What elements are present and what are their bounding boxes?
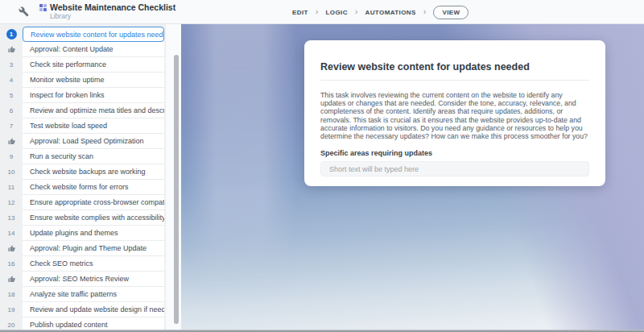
list-item[interactable]: Approval: Plugin and Theme Update bbox=[0, 241, 164, 256]
list-item[interactable]: 7Test website load speed bbox=[0, 118, 164, 134]
list-item-label: Review and update website design if need… bbox=[23, 302, 164, 317]
step-number: 3 bbox=[0, 57, 23, 73]
divider bbox=[320, 80, 589, 81]
task-sidebar: 1Review website content for updates need… bbox=[0, 24, 181, 332]
list-item-label: Run a security scan bbox=[23, 149, 164, 164]
top-header: Website Maintenance Checklist Library ED… bbox=[0, 0, 644, 24]
list-item[interactable]: 11Check website forms for errors bbox=[0, 180, 164, 195]
task-description: This task involves reviewing the current… bbox=[320, 91, 589, 140]
list-item-label: Monitor website uptime bbox=[23, 73, 164, 88]
list-item[interactable]: 5Inspect for broken links bbox=[0, 88, 164, 103]
list-item[interactable]: 13Ensure website complies with accessibi… bbox=[0, 210, 164, 226]
step-number: 16 bbox=[0, 256, 23, 272]
thumbs-up-icon bbox=[0, 241, 23, 256]
breadcrumb-library[interactable]: Library bbox=[50, 13, 175, 21]
list-item-label: Check website forms for errors bbox=[23, 180, 164, 195]
tab-view[interactable]: VIEW bbox=[433, 6, 469, 19]
list-item-label: Approval: Load Speed Optimization bbox=[23, 134, 164, 149]
step-number: 5 bbox=[0, 88, 23, 103]
thumbs-up-icon bbox=[0, 272, 23, 287]
list-item[interactable]: 12Ensure appropriate cross-browser compa… bbox=[0, 195, 164, 210]
task-card-title: Review website content for updates neede… bbox=[320, 61, 589, 73]
list-item-label: Check website backups are working bbox=[23, 164, 164, 180]
template-title-block: Website Maintenance Checklist Library bbox=[39, 2, 175, 21]
tab-automations[interactable]: AUTOMATIONS bbox=[365, 9, 416, 16]
step-number: 10 bbox=[0, 164, 23, 180]
list-item[interactable]: 18Analyze site traffic patterns bbox=[0, 287, 164, 302]
thumbs-up-icon bbox=[0, 42, 23, 57]
wrench-icon[interactable] bbox=[18, 6, 29, 18]
list-item[interactable]: Approval: Content Update bbox=[0, 42, 164, 57]
list-item[interactable]: 1Review website content for updates need… bbox=[0, 27, 164, 42]
step-number: 12 bbox=[0, 195, 23, 210]
short-text-input[interactable] bbox=[320, 161, 589, 176]
task-list: 1Review website content for updates need… bbox=[0, 27, 164, 332]
list-item-label: Analyze site traffic patterns bbox=[23, 287, 164, 302]
list-item-label: Update plugins and themes bbox=[23, 226, 164, 241]
step-number: 14 bbox=[0, 226, 23, 241]
list-item[interactable]: 6Review and optimize meta titles and des… bbox=[0, 103, 164, 118]
list-item[interactable]: 19Review and update website design if ne… bbox=[0, 302, 164, 317]
list-item[interactable]: 16Check SEO metrics bbox=[0, 256, 164, 272]
sidebar-scrollbar-thumb[interactable] bbox=[174, 55, 179, 324]
step-number: 4 bbox=[0, 73, 23, 88]
step-number: 11 bbox=[0, 180, 23, 195]
chevron-right-icon: › bbox=[316, 7, 319, 16]
list-item[interactable]: Approval: Load Speed Optimization bbox=[0, 134, 164, 149]
list-item[interactable]: 14Update plugins and themes bbox=[0, 226, 164, 241]
main-preview-area: Review website content for updates neede… bbox=[181, 24, 644, 332]
thumbs-up-icon bbox=[0, 134, 23, 149]
task-card: Review website content for updates neede… bbox=[304, 40, 605, 186]
list-item-label: Approval: Content Update bbox=[23, 42, 164, 57]
sidebar-scrollbar-track[interactable] bbox=[165, 24, 181, 332]
field-label: Specific areas requiring updates bbox=[320, 149, 589, 157]
step-number: 19 bbox=[0, 302, 23, 317]
list-item-label: Review and optimize meta titles and desc… bbox=[23, 103, 164, 118]
list-item[interactable]: Approval: SEO Metrics Review bbox=[0, 272, 164, 287]
list-item-label: Check site performance bbox=[23, 57, 164, 73]
step-number: 7 bbox=[0, 118, 23, 134]
page-title: Website Maintenance Checklist bbox=[50, 2, 175, 12]
list-item[interactable]: 10Check website backups are working bbox=[0, 164, 164, 180]
list-item-label: Test website load speed bbox=[23, 118, 164, 134]
chevron-right-icon: › bbox=[355, 7, 358, 16]
list-item-label: Ensure website complies with accessibili… bbox=[23, 210, 164, 226]
template-icon bbox=[39, 4, 47, 11]
list-item[interactable]: 4Monitor website uptime bbox=[0, 73, 164, 88]
list-item-label: Check SEO metrics bbox=[23, 256, 164, 272]
breadcrumb: EDIT › LOGIC › AUTOMATIONS › VIEW bbox=[292, 0, 469, 24]
list-item[interactable]: 3Check site performance bbox=[0, 57, 164, 73]
background-band bbox=[184, 24, 297, 332]
list-item-label: Approval: SEO Metrics Review bbox=[23, 272, 164, 287]
step-number-badge: 1 bbox=[0, 27, 23, 42]
tab-edit[interactable]: EDIT bbox=[292, 9, 308, 16]
list-item[interactable]: 9Run a security scan bbox=[0, 149, 164, 164]
step-number: 6 bbox=[0, 103, 23, 118]
chevron-right-icon: › bbox=[423, 7, 427, 16]
list-item-label: Inspect for broken links bbox=[23, 88, 164, 103]
tab-logic[interactable]: LOGIC bbox=[326, 9, 348, 16]
step-number: 9 bbox=[0, 149, 23, 164]
list-item-label: Approval: Plugin and Theme Update bbox=[23, 241, 164, 256]
step-number: 18 bbox=[0, 287, 23, 302]
step-number: 13 bbox=[0, 210, 23, 226]
list-item-label: Review website content for updates neede… bbox=[23, 27, 164, 42]
list-item-label: Ensure appropriate cross-browser compati… bbox=[23, 195, 164, 210]
